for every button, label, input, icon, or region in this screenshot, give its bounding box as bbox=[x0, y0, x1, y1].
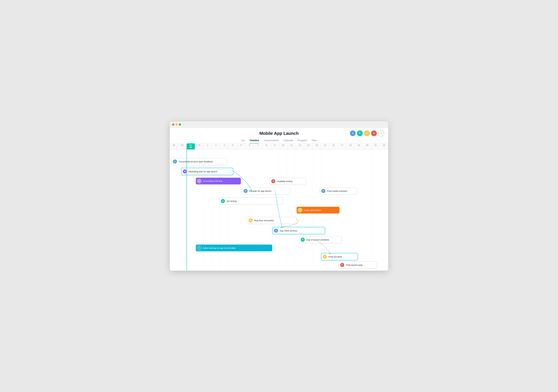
date-sep11: 11 bbox=[288, 143, 296, 149]
date-sep21: 21 bbox=[371, 143, 380, 149]
task-label-marketing: Marketing plan for app launch bbox=[189, 170, 217, 173]
close-button[interactable] bbox=[172, 123, 174, 126]
date-sep9: 9 bbox=[270, 143, 279, 149]
date-sep22: 22 bbox=[380, 143, 388, 149]
task-label-appstore: App Store promos bbox=[280, 229, 297, 232]
avatar-3[interactable]: C bbox=[364, 130, 370, 137]
nav-tabs: List Timeline Conversations Calendar Pro… bbox=[170, 138, 388, 143]
task-label-final-qa: Final QA tests bbox=[328, 255, 342, 258]
task-label-sales: Sales training on app functionality bbox=[203, 247, 235, 249]
task-label-pr: PR plan for app launch bbox=[249, 190, 271, 192]
task-code-opt[interactable]: C Code optimization bbox=[297, 207, 340, 213]
date-29: 29 bbox=[178, 143, 187, 149]
avatar-t8: C bbox=[298, 208, 302, 212]
date-sep19: 19 bbox=[355, 143, 363, 149]
task-final-qa[interactable]: F Final QA tests bbox=[321, 253, 358, 260]
date-sep18: 18 bbox=[346, 143, 355, 149]
task-usability[interactable]: V Usability testing bbox=[270, 178, 306, 185]
minimize-button[interactable] bbox=[175, 123, 178, 126]
avatar-2[interactable]: B bbox=[357, 130, 363, 137]
task-label-bugfix: Bug fixes and polish bbox=[254, 219, 274, 222]
task-sales[interactable]: S Sales training on app functionality bbox=[196, 244, 272, 251]
avatar-t10: A bbox=[274, 228, 278, 233]
avatar-t12: S bbox=[197, 246, 201, 250]
task-label-ui-ab: UI workflow A/B test bbox=[203, 180, 222, 182]
avatar-group: A B C D + bbox=[349, 130, 384, 137]
avatar-t1: A bbox=[173, 159, 177, 164]
date-sep10: 10 bbox=[279, 143, 288, 149]
date-sep17: 17 bbox=[338, 143, 346, 149]
date-sep2: 2 bbox=[212, 143, 220, 149]
avatar-t14: F bbox=[340, 262, 345, 267]
task-day-launch[interactable]: D Day of launch schedule bbox=[299, 236, 342, 243]
task-label-usability: Usability testing bbox=[277, 180, 292, 183]
date-sep6: 6 bbox=[245, 143, 254, 149]
avatar-t6: P bbox=[321, 189, 326, 193]
date-sep15: 15 bbox=[321, 143, 329, 149]
task-label-consolidate: Consolidate product spec feedback bbox=[179, 160, 213, 163]
task-label-qa: QA testing bbox=[227, 200, 237, 202]
avatar-t11: D bbox=[300, 237, 305, 242]
task-qa[interactable]: Q QA testing bbox=[219, 198, 283, 205]
date-31: 31 bbox=[195, 143, 203, 149]
avatar-t4: V bbox=[271, 179, 276, 183]
date-sep3: 3 bbox=[220, 143, 229, 149]
avatar-4[interactable]: D bbox=[371, 130, 377, 137]
tab-conversations[interactable]: Conversations bbox=[264, 138, 279, 143]
task-pr[interactable]: P PR plan for app launch bbox=[242, 187, 290, 194]
date-sep4: 4 bbox=[229, 143, 237, 149]
maximize-button[interactable] bbox=[179, 123, 181, 126]
task-consolidate[interactable]: A Consolidate product spec feedback bbox=[171, 158, 227, 165]
tab-timeline[interactable]: Timeline bbox=[250, 138, 259, 143]
avatar-t7: Q bbox=[220, 199, 225, 203]
date-sep5: 5 bbox=[237, 143, 245, 149]
task-bugfix[interactable]: B Bug fixes and polish bbox=[247, 217, 297, 224]
task-label-day-launch: Day of launch schedule bbox=[306, 238, 329, 241]
task-final-launch[interactable]: F Final launch prep bbox=[339, 261, 377, 269]
tab-progress[interactable]: Progress bbox=[298, 138, 307, 143]
date-sep7: 7 bbox=[254, 143, 262, 149]
task-ui-ab[interactable]: U UI workflow A/B test bbox=[196, 178, 241, 184]
today-line bbox=[187, 150, 187, 271]
task-marketing[interactable]: M Marketing plan for app launch bbox=[181, 168, 233, 175]
task-label-final-launch: Final launch prep bbox=[346, 264, 363, 266]
header: Mobile App Launch A B C D + List Timelin… bbox=[170, 128, 388, 143]
date-28: 28 bbox=[170, 143, 178, 149]
add-member-button[interactable]: + bbox=[378, 130, 384, 137]
titlebar bbox=[170, 121, 388, 128]
avatar-t3: U bbox=[197, 179, 201, 183]
date-sep13: 13 bbox=[304, 143, 313, 149]
date-sep12: 12 bbox=[296, 143, 304, 149]
date-sep20: 20 bbox=[363, 143, 371, 149]
tab-calendar[interactable]: Calendar bbox=[284, 138, 293, 143]
app-window: Mobile App Launch A B C D + List Timelin… bbox=[170, 121, 388, 271]
task-appstore[interactable]: A App Store promos bbox=[272, 227, 325, 234]
traffic-lights bbox=[172, 123, 181, 126]
tab-list[interactable]: List bbox=[241, 138, 245, 143]
avatar-t13: F bbox=[322, 254, 327, 259]
date-30: Sep 30 bbox=[187, 143, 195, 149]
avatar-1[interactable]: A bbox=[349, 130, 356, 137]
task-media[interactable]: P Prep media outreach bbox=[320, 187, 357, 194]
timeline-area: 28 29 Sep 30 31 1 2 3 4 5 6 7 8 9 10 11 … bbox=[170, 143, 388, 271]
task-label-media: Prep media outreach bbox=[327, 190, 347, 192]
tab-files[interactable]: Files bbox=[312, 138, 317, 143]
avatar-t5: P bbox=[243, 189, 248, 193]
date-sep16: 16 bbox=[329, 143, 338, 149]
date-sep8: 8 bbox=[262, 143, 270, 149]
avatar-t9: B bbox=[248, 218, 253, 223]
gantt-body: A Consolidate product spec feedback M Ma… bbox=[170, 150, 388, 271]
date-sep14: 14 bbox=[313, 143, 321, 149]
task-label-code-opt: Code optimization bbox=[304, 209, 321, 211]
date-sep1: 1 bbox=[203, 143, 212, 149]
timeline-header: 28 29 Sep 30 31 1 2 3 4 5 6 7 8 9 10 11 … bbox=[170, 143, 388, 150]
